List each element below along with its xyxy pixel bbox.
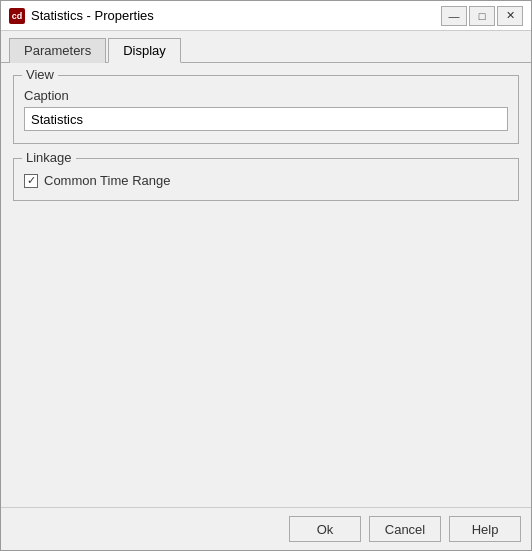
window-title: Statistics - Properties <box>31 8 154 23</box>
tab-parameters[interactable]: Parameters <box>9 38 106 63</box>
common-time-range-row: ✓ Common Time Range <box>24 173 508 188</box>
linkage-group-label: Linkage <box>22 150 76 165</box>
caption-input[interactable] <box>24 107 508 131</box>
maximize-button[interactable]: □ <box>469 6 495 26</box>
view-group: View Caption <box>13 75 519 144</box>
title-bar-left: cd Statistics - Properties <box>9 8 154 24</box>
linkage-group: Linkage ✓ Common Time Range <box>13 158 519 201</box>
tab-bar: Parameters Display <box>1 31 531 63</box>
cancel-button[interactable]: Cancel <box>369 516 441 542</box>
app-icon: cd <box>9 8 25 24</box>
footer: Ok Cancel Help <box>1 507 531 550</box>
title-bar: cd Statistics - Properties — □ ✕ <box>1 1 531 31</box>
view-group-label: View <box>22 67 58 82</box>
window: cd Statistics - Properties — □ ✕ Paramet… <box>0 0 532 551</box>
common-time-range-label: Common Time Range <box>44 173 170 188</box>
tab-display[interactable]: Display <box>108 38 181 63</box>
minimize-button[interactable]: — <box>441 6 467 26</box>
caption-label: Caption <box>24 88 508 103</box>
close-button[interactable]: ✕ <box>497 6 523 26</box>
help-button[interactable]: Help <box>449 516 521 542</box>
common-time-range-checkbox[interactable]: ✓ <box>24 174 38 188</box>
title-controls: — □ ✕ <box>441 6 523 26</box>
tab-content: View Caption Linkage ✓ Common Time Range <box>1 63 531 507</box>
ok-button[interactable]: Ok <box>289 516 361 542</box>
checkmark-icon: ✓ <box>27 175 36 186</box>
